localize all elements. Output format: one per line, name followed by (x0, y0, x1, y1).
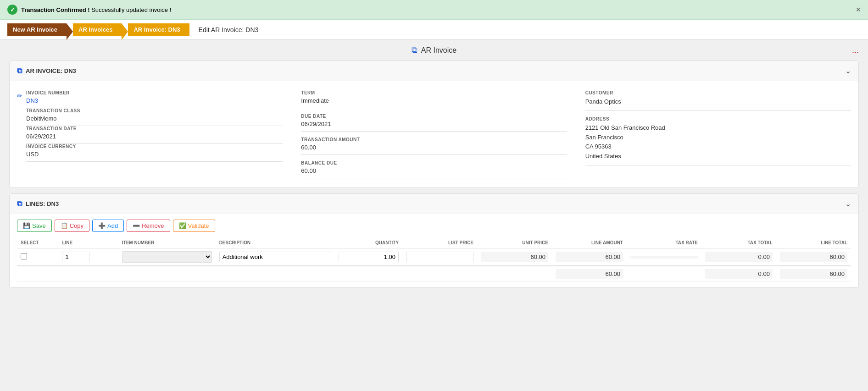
address-value: 2121 Old San Francisco Road San Francisc… (585, 123, 851, 161)
ar-invoice-card: ⧉ AR INVOICE: DN3 ⌄ ✏ INVOICE NUMBER DN3 (9, 61, 859, 188)
customer-field: CUSTOMER Panda Optics (585, 90, 851, 111)
remove-button[interactable]: ➖ Remove (127, 220, 170, 232)
invoice-number-value[interactable]: DN3 (26, 97, 283, 104)
more-options-button[interactable]: ... (852, 45, 859, 55)
col-header-item-number: ITEM NUMBER (118, 237, 216, 248)
lines-table-header: SELECT LINE ITEM NUMBER DESCRIPTION QUAN… (17, 237, 851, 248)
invoice-currency-field: INVOICE CURRENCY USD (26, 144, 283, 162)
col-header-line-total: LINE TOTAL (776, 237, 851, 248)
ar-invoice-header-label: AR INVOICE: DN3 (26, 67, 76, 74)
row-tax-total-cell: 0.00 (701, 248, 776, 266)
customer-label: CUSTOMER (585, 90, 851, 95)
breadcrumb-edit-label: Edit AR Invoice: DN3 (199, 26, 259, 33)
due-date-label: DUE DATE (301, 114, 567, 119)
ar-invoice-header-left: ⧉ AR INVOICE: DN3 (17, 67, 76, 75)
add-icon: ➕ (98, 222, 106, 229)
invoice-currency-label: INVOICE CURRENCY (26, 144, 283, 149)
totals-line-total: 60.00 (780, 269, 847, 279)
transaction-date-field: TRANSACTION DATE 06/29/2021 (26, 126, 283, 144)
term-label: TERM (301, 90, 567, 95)
lines-table-wrap: SELECT LINE ITEM NUMBER DESCRIPTION QUAN… (10, 232, 858, 287)
row-line-cell (58, 248, 118, 266)
col-header-description: DESCRIPTION (216, 237, 335, 248)
page-title-row: ⧉ AR Invoice ... (9, 45, 859, 55)
totals-tax-total-cell: 0.00 (701, 266, 776, 282)
validate-label: Validate (188, 222, 209, 229)
breadcrumb-label: New AR Invoice (13, 26, 57, 33)
row-item-number-cell (118, 248, 216, 266)
breadcrumb: New AR Invoice AR Invoices AR Invoice: D… (0, 20, 868, 40)
invoice-number-row: ✏ INVOICE NUMBER DN3 TRANSACTION CLASS D… (17, 90, 283, 162)
invoice-number-label: INVOICE NUMBER (26, 90, 283, 95)
totals-tax-rate-spacer (627, 266, 701, 282)
totals-line-amount-cell: 60.00 (552, 266, 627, 282)
lines-toolbar: 💾 Save 📋 Copy ➕ Add ➖ Remove ✅ Validate (10, 214, 858, 232)
card-header-icon: ⧉ (17, 67, 22, 75)
lines-table-body: 60.00 60.00 0.00 60.00 (17, 248, 851, 282)
add-label: Add (107, 222, 118, 229)
totals-line-amount: 60.00 (556, 269, 623, 279)
ar-invoice-card-body: ✏ INVOICE NUMBER DN3 TRANSACTION CLASS D… (10, 81, 858, 187)
row-list-price-input[interactable] (406, 252, 473, 262)
validate-button[interactable]: ✅ Validate (173, 220, 215, 232)
address-field: ADDRESS 2121 Old San Francisco Road San … (585, 116, 851, 165)
lines-table: SELECT LINE ITEM NUMBER DESCRIPTION QUAN… (17, 237, 851, 282)
lines-header-left: ⧉ LINES: DN3 (17, 200, 59, 208)
row-description-cell (216, 248, 335, 266)
add-button[interactable]: ➕ Add (92, 220, 124, 232)
col-header-line: LINE (58, 237, 118, 248)
banner-close-button[interactable]: × (856, 5, 861, 15)
row-unit-price-value: 60.00 (481, 252, 548, 262)
copy-label: Copy (70, 222, 83, 229)
invoice-fields-col3: CUSTOMER Panda Optics ADDRESS 2121 Old S… (585, 90, 851, 178)
transaction-class-value: DebitMemo (26, 115, 283, 122)
save-label: Save (32, 222, 46, 229)
row-item-number-select[interactable] (122, 251, 212, 263)
lines-card-header: ⧉ LINES: DN3 ⌄ (10, 194, 858, 214)
transaction-class-label: TRANSACTION CLASS (26, 108, 283, 113)
transaction-amount-label: TRANSACTION AMOUNT (301, 137, 567, 142)
lines-collapse-button[interactable]: ⌄ (845, 199, 851, 208)
page-title: AR Invoice (421, 46, 456, 55)
save-button[interactable]: 💾 Save (17, 220, 52, 232)
remove-icon: ➖ (133, 222, 140, 229)
totals-spacer (17, 266, 552, 282)
invoice-currency-value: USD (26, 151, 283, 158)
totals-row: 60.00 0.00 60.00 (17, 266, 851, 282)
row-line-input[interactable] (62, 252, 89, 262)
ar-invoice-collapse-button[interactable]: ⌄ (845, 66, 851, 75)
breadcrumb-ar-invoice-dn3[interactable]: AR Invoice: DN3 (128, 23, 189, 36)
row-line-total-cell: 60.00 (776, 248, 851, 266)
balance-due-field: BALANCE DUE 60.00 (301, 160, 567, 178)
lines-card-icon: ⧉ (17, 200, 22, 208)
row-tax-rate-value (630, 256, 698, 259)
save-icon: 💾 (23, 222, 30, 229)
row-quantity-input[interactable] (339, 252, 399, 262)
edit-icon[interactable]: ✏ (17, 92, 22, 99)
row-line-amount-cell: 60.00 (552, 248, 627, 266)
transaction-date-label: TRANSACTION DATE (26, 126, 283, 131)
invoice-number-field: INVOICE NUMBER DN3 (26, 90, 283, 108)
breadcrumb-label: AR Invoice: DN3 (134, 26, 180, 33)
col-header-unit-price: UNIT PRICE (477, 237, 552, 248)
transaction-date-value: 06/29/2021 (26, 133, 283, 140)
copy-icon: 📋 (61, 222, 68, 229)
row-select-checkbox[interactable] (21, 253, 27, 259)
breadcrumb-ar-invoices[interactable]: AR Invoices (73, 23, 122, 36)
row-line-total-value: 60.00 (780, 252, 847, 262)
due-date-value: 06/29/2021 (301, 121, 567, 127)
term-value: Immediate (301, 97, 567, 104)
breadcrumb-new-ar-invoice[interactable]: New AR Invoice (7, 23, 67, 36)
balance-due-label: BALANCE DUE (301, 160, 567, 165)
row-description-input[interactable] (219, 252, 332, 262)
col-header-line-amount: LINE AMOUNT (552, 237, 627, 248)
col-header-tax-total: TAX TOTAL (701, 237, 776, 248)
col-header-list-price: LIST PRICE (402, 237, 477, 248)
transaction-banner: ✓ Transaction Confirmed ! Successfully u… (0, 0, 868, 20)
totals-tax-total: 0.00 (705, 269, 773, 279)
invoice-fields-grid: ✏ INVOICE NUMBER DN3 TRANSACTION CLASS D… (17, 90, 851, 178)
copy-button[interactable]: 📋 Copy (55, 220, 89, 232)
transaction-amount-value: 60.00 (301, 144, 567, 151)
row-line-amount-value: 60.00 (556, 252, 623, 262)
balance-due-value: 60.00 (301, 167, 567, 174)
